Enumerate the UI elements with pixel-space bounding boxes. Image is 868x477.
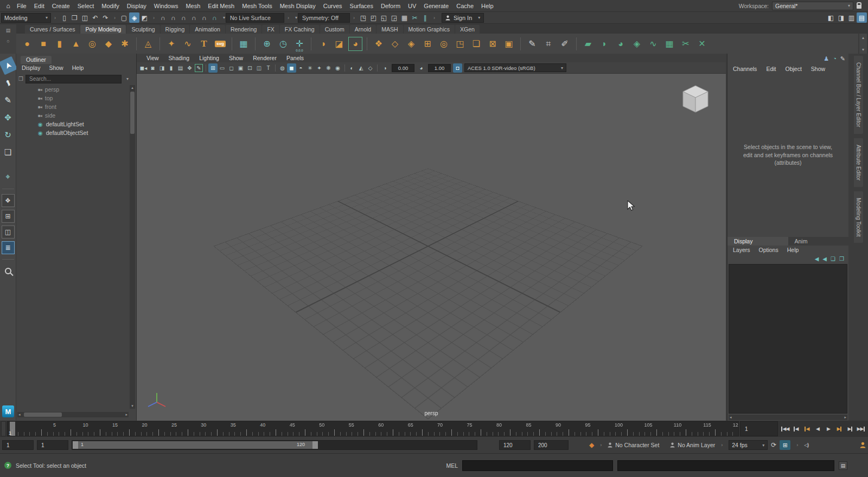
layer-editor-scrollbar[interactable]: ◂ ▸ [729, 415, 847, 420]
gamma-icon[interactable]: ◕ [417, 63, 426, 73]
exposure-field[interactable]: 0.00 [392, 64, 414, 72]
shelf-tab-poly-modeling[interactable]: Poly Modeling [80, 25, 126, 34]
viewport-canvas[interactable]: persp [137, 74, 726, 421]
outliner-menu-item[interactable]: Help [72, 65, 84, 71]
platonic-solid-icon[interactable]: ◬ [141, 36, 156, 51]
field-chart-icon[interactable]: ⊡ [245, 63, 254, 73]
unfold-uv-icon[interactable]: ∿ [646, 36, 661, 51]
step-forward-key-button[interactable]: ▶ [834, 423, 844, 434]
outliner-persp-layout-button[interactable]: ≣ [2, 241, 15, 254]
layer-editor-menu-item[interactable]: Help [787, 247, 799, 253]
combine-icon[interactable]: ❖ [371, 36, 386, 51]
shelf-tab-fx-caching[interactable]: FX Caching [280, 25, 320, 34]
channel-box-menu-item[interactable]: Object [785, 66, 801, 72]
menubar-item[interactable]: Select [74, 3, 98, 9]
select-object-icon[interactable]: ◈ [129, 12, 139, 23]
spherical-mapping-icon[interactable]: ◕ [613, 36, 628, 51]
ipr-render-icon[interactable]: ◱ [379, 12, 389, 23]
lock-icon[interactable] [857, 5, 861, 9]
layer-list[interactable] [729, 264, 847, 414]
gate-mask-icon[interactable]: ▣ [236, 63, 245, 73]
colorspace-dropdown[interactable]: ACES 1.0 SDR-video (sRGB) ▾ [464, 63, 566, 72]
make-live-shelf-icon[interactable]: ⊕ [259, 36, 275, 51]
render-current-frame-icon[interactable]: ◰ [368, 12, 379, 23]
toggle-sidebar-icon[interactable]: ▤ [857, 12, 867, 23]
chevron-up-icon[interactable]: ▴ [862, 35, 864, 40]
toggle-channel-box-icon[interactable]: ▥ [846, 12, 857, 23]
viewport-menu-item[interactable]: Lighting [195, 55, 224, 61]
quad-draw-icon[interactable]: ✐ [557, 36, 572, 51]
channel-manipulator-icon[interactable]: ♟ [824, 55, 829, 62]
auto-keyframe-toggle[interactable]: ⊞ [780, 440, 790, 450]
menubar-item[interactable]: Deform [377, 3, 404, 9]
film-gate-icon[interactable]: ▭ [218, 63, 227, 73]
shelf-tab-xgen[interactable]: XGen [455, 25, 480, 34]
separate-icon[interactable]: ◇ [387, 36, 403, 51]
current-frame-field[interactable]: 1 [740, 421, 778, 436]
bevel-icon[interactable]: ⊞ [420, 36, 435, 51]
step-forward-frame-button[interactable]: ▶ [845, 423, 855, 434]
menubar-item[interactable]: Cache [452, 3, 477, 9]
type-tool-icon[interactable]: T [196, 36, 212, 51]
modeling-toolkit-tab[interactable]: Modeling Toolkit [854, 191, 863, 243]
boolean-difference-icon[interactable]: ◪ [331, 36, 347, 51]
move-to-origin-icon[interactable]: ✛0,0,0 [292, 36, 307, 51]
layer-editor-menu-item[interactable]: Layers [733, 247, 750, 253]
layer-tab-anim[interactable]: Anim [788, 237, 849, 246]
cylindrical-mapping-icon[interactable]: ◗ [597, 36, 612, 51]
bridge-icon[interactable]: ▣ [501, 36, 516, 51]
set-key-icon[interactable]: ◆ [589, 441, 594, 449]
make-live-icon[interactable]: ∩ [209, 12, 220, 23]
use-all-lights-icon[interactable]: ✳ [305, 63, 315, 73]
magnifier-icon[interactable] [5, 268, 11, 274]
select-component-icon[interactable]: ◩ [139, 12, 150, 23]
search-input[interactable]: Search... [25, 75, 122, 83]
menubar-item[interactable]: Help [477, 3, 497, 9]
pause-viewport-icon[interactable]: ∥ [420, 12, 430, 23]
timeline-track[interactable]: 5101520253035404550556065707580859095100… [7, 421, 739, 436]
menubar-item[interactable]: Create [48, 3, 74, 9]
menubar-item[interactable]: Mesh Display [276, 3, 320, 9]
section-grip[interactable]: › [285, 15, 292, 21]
automatic-mapping-icon[interactable]: ◈ [629, 36, 644, 51]
menubar-item[interactable]: Surfaces [346, 3, 377, 9]
anim-layer-dropdown[interactable]: No Anim Layer [670, 442, 715, 448]
move-layer-down-icon[interactable]: ◀ [822, 256, 827, 262]
extract-icon[interactable]: ◈ [404, 36, 419, 51]
gamma-field[interactable]: 1.00 [428, 64, 451, 72]
fps-dropdown[interactable]: 24 fps ▾ [729, 440, 768, 450]
snap-to-view-plane-icon[interactable]: ∩ [199, 12, 209, 23]
range-slider[interactable]: 1 120 [72, 440, 477, 450]
scrollbar-thumb[interactable] [130, 92, 135, 134]
lattice-icon[interactable]: ⊠ [485, 36, 500, 51]
step-back-key-button[interactable]: ◀ [802, 423, 812, 434]
shelf-menu-icon[interactable]: ▤ [6, 28, 11, 33]
view-cube[interactable] [678, 82, 713, 117]
menubar-item[interactable]: Mesh Tools [238, 3, 276, 9]
symmetry-menu-caret[interactable]: ▾ [295, 15, 297, 20]
range-end-handle[interactable] [312, 441, 318, 449]
shelf-tab-sculpting[interactable]: Sculpting [126, 25, 159, 34]
scissors-icon[interactable]: ✂ [410, 12, 420, 23]
poly-cube-icon[interactable]: ■ [36, 36, 51, 51]
poly-disc-icon[interactable]: ✱ [117, 36, 132, 51]
undo-icon[interactable]: ↶ [90, 12, 100, 23]
four-pane-layout-button[interactable]: ⊞ [2, 210, 15, 223]
layer-tab-display[interactable]: Display [727, 237, 788, 246]
wireframe-icon[interactable]: ◍ [278, 63, 287, 73]
boolean-intersection-icon[interactable]: ◕ [348, 36, 363, 51]
step-back-frame-button[interactable]: ◀ [791, 423, 801, 434]
outliner-item-defaultLightSet[interactable]: ◉defaultLightSet [16, 120, 129, 128]
grid-toggle-icon[interactable]: ⊞ [208, 63, 218, 73]
xray-joints-icon[interactable]: ◭ [356, 63, 366, 73]
svg-tool-icon[interactable]: svg [213, 36, 228, 51]
menubar-item[interactable]: Modify [98, 3, 123, 9]
script-editor-icon[interactable]: ▤ [839, 461, 847, 470]
playback-loop-icon[interactable]: ⟳ [771, 441, 776, 449]
shelf-tab-fx[interactable]: FX [262, 25, 279, 34]
toggle-attribute-editor-icon[interactable]: ◧ [826, 12, 836, 23]
menubar-item[interactable]: Display [123, 3, 150, 9]
layer-editor-menu-item[interactable]: Options [759, 247, 778, 253]
bookmark-icon[interactable]: ▮ [167, 63, 176, 73]
shadows-icon[interactable]: ✦ [315, 63, 324, 73]
